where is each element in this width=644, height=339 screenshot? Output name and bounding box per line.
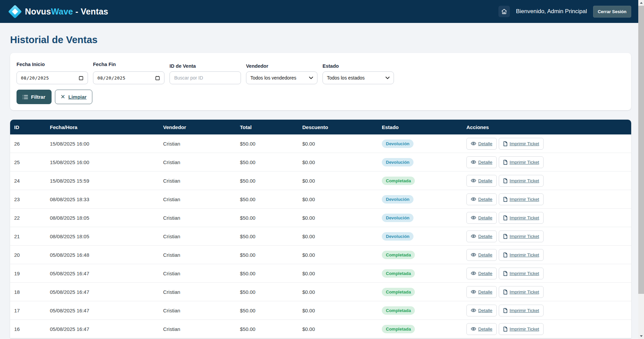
cell-estado: Completada — [382, 177, 466, 185]
imprimir-ticket-button[interactable]: Imprimir Ticket — [499, 193, 544, 205]
calendar-icon[interactable] — [79, 75, 84, 81]
imprimir-ticket-button[interactable]: Imprimir Ticket — [499, 230, 544, 242]
cell-descuento: $0.00 — [302, 196, 382, 202]
top-navbar: NovusWave - Ventas Bienvenido, Admin Pri… — [0, 0, 644, 23]
field-id-venta: ID de Venta — [170, 62, 241, 84]
vertical-scrollbar[interactable] — [638, 0, 644, 339]
cell-acciones: Detalle Imprimir Ticket — [466, 138, 627, 150]
cell-fecha-hora: 15/08/2025 16:00 — [50, 159, 163, 165]
estado-select[interactable]: Todos los estados — [323, 71, 394, 84]
fecha-inicio-input[interactable]: 08/20/2025 — [17, 71, 88, 84]
cell-acciones: Detalle Imprimir Ticket — [466, 175, 627, 187]
status-badge: Devolución — [382, 232, 413, 241]
eye-icon — [471, 253, 476, 257]
detalle-button[interactable]: Detalle — [466, 286, 497, 298]
status-badge: Completada — [382, 269, 415, 278]
eye-icon — [471, 327, 476, 331]
cell-acciones: Detalle Imprimir Ticket — [466, 193, 627, 205]
cell-estado: Completada — [382, 325, 466, 333]
detalle-button[interactable]: Detalle — [466, 193, 497, 205]
document-icon — [503, 197, 508, 202]
detalle-button[interactable]: Detalle — [466, 212, 497, 224]
navbar-right: Bienvenido, Admin Principal Cerrar Sesió… — [498, 6, 631, 18]
eye-icon — [471, 271, 476, 275]
cell-vendedor: Cristian — [163, 326, 240, 332]
cell-descuento: $0.00 — [302, 234, 382, 239]
detalle-button[interactable]: Detalle — [466, 305, 497, 316]
cell-descuento: $0.00 — [302, 178, 382, 184]
cell-total: $50.00 — [240, 196, 302, 202]
cell-estado: Devolución — [382, 195, 466, 204]
status-badge: Completada — [382, 288, 415, 296]
cell-acciones: Detalle Imprimir Ticket — [466, 286, 627, 298]
document-icon — [503, 160, 508, 165]
brand-diamond-icon — [8, 4, 22, 18]
table-row: 19 05/08/2025 16:47 Cristian $50.00 $0.0… — [10, 264, 631, 283]
detalle-button[interactable]: Detalle — [466, 138, 497, 150]
welcome-text: Bienvenido, Admin Principal — [516, 8, 587, 15]
eye-icon — [471, 234, 476, 238]
table-row: 16 05/08/2025 16:47 Cristian $50.00 $0.0… — [10, 320, 631, 338]
col-header-descuento: Descuento — [302, 124, 382, 130]
cell-estado: Devolución — [382, 232, 466, 241]
document-icon — [503, 141, 508, 146]
scrollbar-up-arrow[interactable] — [638, 0, 644, 6]
fecha-fin-input[interactable]: 08/20/2025 — [93, 71, 164, 84]
cell-id: 24 — [14, 178, 50, 184]
imprimir-ticket-button[interactable]: Imprimir Ticket — [499, 305, 544, 316]
imprimir-ticket-button[interactable]: Imprimir Ticket — [499, 212, 544, 224]
calendar-icon[interactable] — [155, 75, 160, 81]
cell-acciones: Detalle Imprimir Ticket — [466, 249, 627, 261]
cell-descuento: $0.00 — [302, 159, 382, 165]
id-venta-label: ID de Venta — [170, 62, 241, 69]
imprimir-ticket-button[interactable]: Imprimir Ticket — [499, 286, 544, 298]
detalle-button[interactable]: Detalle — [466, 156, 497, 168]
cell-vendedor: Cristian — [163, 308, 240, 313]
chevron-down-icon — [386, 76, 390, 79]
detalle-button[interactable]: Detalle — [466, 230, 497, 242]
col-header-acciones: Acciones — [466, 124, 627, 130]
scrollbar-down-arrow[interactable] — [638, 333, 644, 339]
cell-vendedor: Cristian — [163, 252, 240, 258]
filtrar-button[interactable]: Filtrar — [17, 90, 52, 104]
document-icon — [503, 271, 508, 276]
filter-fields-row: Fecha Inicio 08/20/2025 Fecha Fin 08/20/… — [17, 62, 625, 84]
cell-total: $50.00 — [240, 141, 302, 147]
imprimir-ticket-button[interactable]: Imprimir Ticket — [499, 156, 544, 168]
imprimir-ticket-button[interactable]: Imprimir Ticket — [499, 175, 544, 187]
col-header-vendedor: Vendedor — [163, 124, 240, 130]
cell-fecha-hora: 05/08/2025 16:47 — [50, 271, 163, 276]
cell-total: $50.00 — [240, 215, 302, 221]
imprimir-ticket-button[interactable]: Imprimir Ticket — [499, 268, 544, 279]
cell-acciones: Detalle Imprimir Ticket — [466, 230, 627, 242]
cell-id: 21 — [14, 234, 50, 239]
detalle-button[interactable]: Detalle — [466, 249, 497, 261]
scrollbar-thumb[interactable] — [638, 6, 644, 294]
cell-vendedor: Cristian — [163, 141, 240, 147]
vendedor-select[interactable]: Todos los vendedores — [246, 71, 317, 84]
logout-button[interactable]: Cerrar Sesión — [593, 6, 631, 18]
detalle-button[interactable]: Detalle — [466, 175, 497, 187]
id-venta-input[interactable] — [170, 71, 241, 84]
home-icon — [501, 8, 507, 14]
home-button[interactable] — [498, 6, 510, 17]
cell-descuento: $0.00 — [302, 252, 382, 258]
imprimir-ticket-button[interactable]: Imprimir Ticket — [499, 323, 544, 335]
cell-vendedor: Cristian — [163, 234, 240, 239]
imprimir-ticket-button[interactable]: Imprimir Ticket — [499, 138, 544, 150]
detalle-button[interactable]: Detalle — [466, 268, 497, 279]
cell-acciones: Detalle Imprimir Ticket — [466, 212, 627, 224]
imprimir-ticket-button[interactable]: Imprimir Ticket — [499, 249, 544, 261]
status-badge: Completada — [382, 325, 415, 333]
detalle-button[interactable]: Detalle — [466, 323, 497, 335]
field-estado: Estado Todos los estados — [323, 62, 394, 84]
cell-vendedor: Cristian — [163, 271, 240, 276]
status-badge: Completada — [382, 251, 415, 259]
cell-descuento: $0.00 — [302, 215, 382, 221]
cell-estado: Devolución — [382, 158, 466, 166]
limpiar-button[interactable]: ✕ Limpiar — [55, 90, 92, 104]
col-header-estado: Estado — [382, 124, 466, 130]
field-fecha-inicio: Fecha Inicio 08/20/2025 — [17, 62, 88, 84]
status-badge: Devolución — [382, 195, 413, 204]
cell-total: $50.00 — [240, 271, 302, 276]
